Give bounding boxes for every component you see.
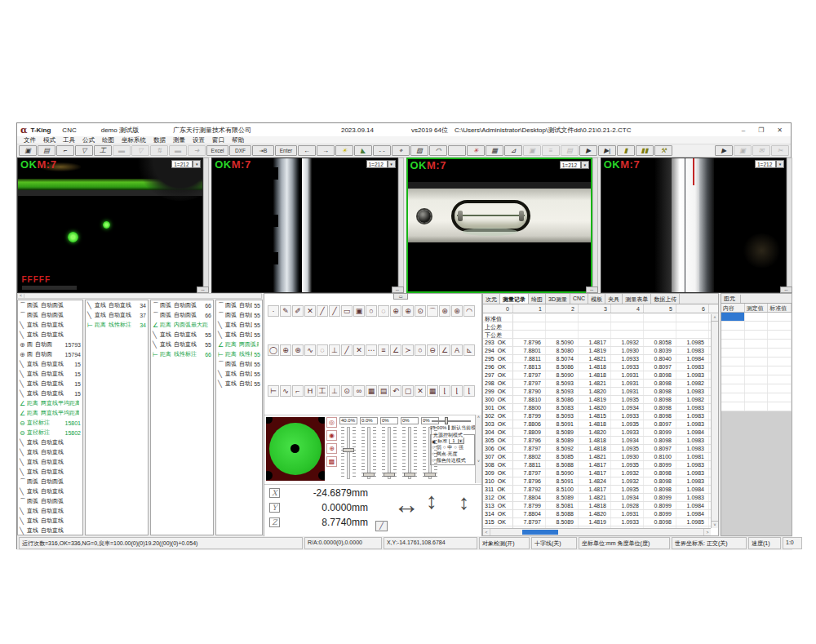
light-mode-icon[interactable]: ◉ bbox=[326, 430, 337, 441]
cam4-scrollbar[interactable] bbox=[787, 158, 792, 293]
dimension-tool-icon[interactable]: ↶ bbox=[390, 385, 401, 397]
slider-thumb[interactable] bbox=[363, 473, 375, 477]
feature-list-item[interactable]: ⊢距离线性标注66 bbox=[151, 349, 213, 359]
measure-tool-icon[interactable]: ⊕ bbox=[402, 305, 414, 317]
table-row[interactable]: 310OK7.87968.50911.48241.09320.80981.098… bbox=[483, 477, 711, 486]
dimension-tool-icon[interactable]: H bbox=[304, 385, 316, 397]
table-row[interactable]: 297OK7.87978.50901.48181.09310.80981.098… bbox=[483, 371, 711, 380]
measure-tool-icon[interactable]: ▭ bbox=[341, 305, 353, 317]
feature-list-item[interactable]: ╲直线自动直线 bbox=[18, 320, 82, 330]
table-row[interactable]: 299OK7.87908.50931.48201.09310.80981.098… bbox=[483, 388, 711, 396]
element-row[interactable] bbox=[721, 340, 792, 349]
feature-list-item[interactable]: ╲直线自动直线 bbox=[18, 486, 82, 496]
feature-list-item[interactable]: ╲直线自动直线37 bbox=[86, 310, 148, 320]
scrollbar-thumb[interactable] bbox=[522, 530, 558, 535]
construct-tool-icon[interactable]: ∿ bbox=[304, 344, 316, 356]
light-slider[interactable]: 0% bbox=[401, 417, 419, 482]
construct-tool-icon[interactable]: ⊾ bbox=[463, 344, 475, 356]
feature-list-item[interactable]: ╲直线自动直线15 bbox=[18, 379, 82, 389]
toolbar-button[interactable]: ▦ bbox=[486, 145, 503, 156]
feature-list-item[interactable]: ∠距离两圆弧最大距 bbox=[216, 340, 262, 349]
feature-list-item[interactable]: ╲直线自动直线15 bbox=[18, 369, 82, 379]
toolbar-button[interactable]: ◣ bbox=[354, 145, 372, 156]
feature-list-item[interactable]: ╲直线自动直线34 bbox=[86, 300, 148, 310]
dimension-tool-icon[interactable]: ⊥ bbox=[329, 385, 340, 397]
menu-item[interactable]: 工具 bbox=[63, 136, 75, 144]
toolbar-button[interactable]: ⊿ bbox=[504, 145, 522, 156]
construct-tool-icon[interactable]: ⊛ bbox=[292, 344, 304, 356]
table-row[interactable]: 304OK7.88098.50891.48201.09330.80991.098… bbox=[483, 429, 711, 437]
selected-cell[interactable] bbox=[721, 313, 745, 321]
cam4-zoom-dropdown[interactable]: 1=212 ▾ bbox=[755, 160, 784, 168]
toolbar-button[interactable]: ▶ bbox=[715, 145, 733, 156]
table-vertical-scrollbar[interactable]: ˄˅ bbox=[711, 314, 718, 528]
toolbar-button[interactable] bbox=[448, 145, 466, 156]
menu-item[interactable]: 测量 bbox=[173, 136, 185, 144]
measure-tool-icon[interactable]: ◌ bbox=[378, 305, 389, 317]
construct-tool-icon[interactable]: A bbox=[451, 344, 463, 356]
table-horizontal-scrollbar[interactable]: <> bbox=[483, 528, 711, 535]
construct-tool-icon[interactable]: ∠ bbox=[439, 344, 450, 356]
table-row[interactable]: 313OK7.87998.50811.48181.09280.80991.098… bbox=[483, 502, 711, 510]
measure-tool-icon[interactable]: ⊛ bbox=[451, 305, 463, 317]
dimension-tool-icon[interactable]: ⌊ bbox=[463, 385, 475, 397]
menu-item[interactable]: 公式 bbox=[82, 136, 95, 144]
feature-list-item[interactable]: ⌒圆弧自动圆弧 bbox=[18, 477, 82, 486]
feature-list-item[interactable]: ⊖直径标注15802 bbox=[18, 428, 82, 437]
element-row[interactable] bbox=[721, 349, 792, 358]
construct-tool-icon[interactable]: ⊖ bbox=[427, 344, 438, 356]
chevron-down-icon[interactable]: ▾ bbox=[776, 160, 784, 168]
cam3-scrollbar[interactable] bbox=[592, 158, 598, 293]
column-header[interactable]: 6 bbox=[676, 304, 709, 313]
cam3-resize-handle[interactable]: ⇔ bbox=[586, 286, 598, 293]
toolbar-button[interactable]: ▣ bbox=[734, 145, 752, 156]
master-slider-thumb[interactable] bbox=[445, 417, 448, 424]
feature-list-item[interactable]: ╲直线自动直线55 bbox=[216, 369, 262, 379]
menu-item[interactable]: 绘图 bbox=[102, 136, 114, 144]
feature-list-item[interactable]: ⊕圆自动圆15793 bbox=[18, 340, 82, 349]
table-row[interactable]: 306OK7.87978.50921.48181.09350.80971.098… bbox=[483, 445, 711, 453]
feature-list-item[interactable]: ╲直线自动直线 bbox=[18, 516, 82, 526]
feature-list-item[interactable]: ∠距离两直线平均距离 bbox=[18, 408, 82, 418]
column-header[interactable]: 标准值 bbox=[768, 304, 792, 312]
table-row[interactable]: 301OK7.88008.50831.48201.09340.80981.098… bbox=[483, 404, 711, 412]
element-row[interactable] bbox=[721, 375, 792, 384]
toolbar-button[interactable]: ≡ bbox=[542, 145, 560, 156]
table-row[interactable]: 309OK7.87978.50901.48171.09320.80981.098… bbox=[483, 469, 711, 477]
toolbar-button[interactable]: ☀ bbox=[335, 145, 353, 156]
feature-list-item[interactable]: ╲直线自动直线55 bbox=[151, 330, 213, 340]
toolbar-button[interactable]: ← bbox=[298, 145, 316, 156]
table-tab[interactable]: 次元 bbox=[483, 294, 500, 304]
light-color-wheel[interactable] bbox=[266, 417, 325, 481]
dimension-tool-icon[interactable]: ⌊ bbox=[451, 385, 463, 397]
table-row[interactable]: 314OK7.88048.50881.48201.09310.80991.098… bbox=[483, 510, 711, 518]
master-slider[interactable] bbox=[430, 416, 475, 424]
lower-tolerance-row[interactable]: 下公差 bbox=[483, 331, 711, 339]
dimension-tool-icon[interactable]: ▦ bbox=[366, 385, 377, 397]
feature-list-item[interactable]: ╲直线自动直线 bbox=[18, 330, 82, 340]
dimension-tool-icon[interactable]: ⊢ bbox=[268, 385, 279, 397]
feature-list-item[interactable]: ╲直线自动直线 bbox=[18, 467, 82, 477]
cam1-resize-handle[interactable]: ⇔ bbox=[197, 286, 209, 293]
close-button[interactable]: ✕ bbox=[777, 127, 783, 134]
toolbar-button[interactable]: ⌖ bbox=[392, 145, 410, 156]
feature-list-item[interactable]: ╲直线自动直线55 bbox=[216, 320, 262, 330]
table-row[interactable]: 305OK7.87968.50891.48181.09340.80981.098… bbox=[483, 437, 711, 445]
toolbar-button[interactable]: ⚒ bbox=[654, 145, 672, 156]
cam2-scrollbar[interactable] bbox=[398, 158, 404, 293]
dimension-tool-icon[interactable]: ⌐ bbox=[292, 385, 304, 397]
feature-list-item[interactable]: ⌒圆弧自动圆弧 bbox=[18, 496, 82, 506]
measure-tool-icon[interactable]: ⊙ bbox=[415, 305, 426, 317]
measure-tool-icon[interactable]: · bbox=[268, 305, 279, 317]
toolbar-button[interactable]: ▬ bbox=[169, 145, 187, 156]
measure-tool-icon[interactable]: ╱ bbox=[317, 305, 328, 317]
slider-track[interactable] bbox=[388, 427, 391, 479]
construct-tool-icon[interactable]: ○ bbox=[415, 344, 426, 356]
dimension-tool-icon[interactable]: 工 bbox=[317, 385, 328, 397]
feature-list-item[interactable]: ╲直线自动直线 bbox=[18, 506, 82, 516]
light-slider[interactable]: 0% bbox=[380, 417, 398, 482]
table-tab[interactable]: 测量表单 bbox=[623, 294, 651, 304]
toolbar-button[interactable]: ✂ bbox=[771, 145, 789, 156]
measure-tool-icon[interactable]: ✐ bbox=[292, 305, 304, 317]
radio-weak[interactable]: ○ bbox=[432, 445, 435, 450]
